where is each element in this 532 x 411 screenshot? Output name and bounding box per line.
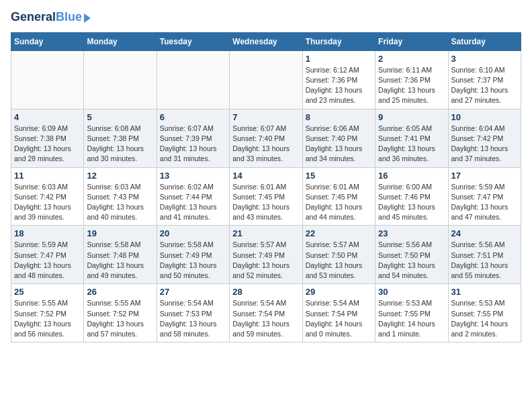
calendar-week-3: 11Sunrise: 6:03 AM Sunset: 7:42 PM Dayli…	[11, 167, 521, 226]
calendar-cell: 15Sunrise: 6:01 AM Sunset: 7:45 PM Dayli…	[302, 167, 375, 226]
day-info: Sunrise: 5:59 AM Sunset: 7:47 PM Dayligh…	[451, 182, 518, 223]
calendar-cell: 22Sunrise: 5:57 AM Sunset: 7:50 PM Dayli…	[302, 226, 375, 284]
day-info: Sunrise: 5:57 AM Sunset: 7:49 PM Dayligh…	[232, 240, 299, 281]
day-info: Sunrise: 6:02 AM Sunset: 7:44 PM Dayligh…	[160, 182, 226, 223]
day-info: Sunrise: 6:00 AM Sunset: 7:46 PM Dayligh…	[378, 182, 445, 223]
day-info: Sunrise: 6:07 AM Sunset: 7:40 PM Dayligh…	[232, 124, 299, 165]
logo-arrow-icon	[84, 13, 91, 23]
day-info: Sunrise: 6:01 AM Sunset: 7:45 PM Dayligh…	[232, 182, 299, 223]
calendar-cell: 17Sunrise: 5:59 AM Sunset: 7:47 PM Dayli…	[448, 167, 521, 226]
day-info: Sunrise: 6:09 AM Sunset: 7:38 PM Dayligh…	[14, 124, 81, 165]
day-number: 4	[14, 112, 81, 122]
weekday-header-tuesday: Tuesday	[157, 32, 229, 50]
calendar-week-2: 4Sunrise: 6:09 AM Sunset: 7:38 PM Daylig…	[11, 109, 521, 167]
calendar-week-4: 18Sunrise: 5:59 AM Sunset: 7:47 PM Dayli…	[11, 226, 521, 284]
calendar-cell: 4Sunrise: 6:09 AM Sunset: 7:38 PM Daylig…	[11, 109, 84, 167]
day-info: Sunrise: 6:08 AM Sunset: 7:38 PM Dayligh…	[87, 124, 153, 165]
weekday-header-monday: Monday	[84, 32, 157, 50]
day-number: 15	[306, 171, 372, 181]
calendar-cell: 7Sunrise: 6:07 AM Sunset: 7:40 PM Daylig…	[230, 109, 302, 167]
day-info: Sunrise: 5:59 AM Sunset: 7:47 PM Dayligh…	[14, 240, 81, 281]
calendar-cell: 31Sunrise: 5:53 AM Sunset: 7:55 PM Dayli…	[448, 284, 521, 342]
day-number: 19	[87, 228, 153, 238]
calendar-cell: 11Sunrise: 6:03 AM Sunset: 7:42 PM Dayli…	[11, 167, 84, 226]
weekday-header-thursday: Thursday	[302, 32, 375, 50]
calendar-cell: 1Sunrise: 6:12 AM Sunset: 7:36 PM Daylig…	[302, 50, 375, 109]
day-info: Sunrise: 5:55 AM Sunset: 7:52 PM Dayligh…	[87, 298, 153, 339]
calendar-cell: 6Sunrise: 6:07 AM Sunset: 7:39 PM Daylig…	[157, 109, 229, 167]
day-number: 23	[378, 228, 445, 238]
day-number: 22	[306, 228, 372, 238]
day-number: 7	[232, 112, 299, 122]
day-info: Sunrise: 6:11 AM Sunset: 7:36 PM Dayligh…	[378, 65, 445, 106]
day-info: Sunrise: 5:58 AM Sunset: 7:49 PM Dayligh…	[160, 240, 226, 281]
calendar-cell: 14Sunrise: 6:01 AM Sunset: 7:45 PM Dayli…	[230, 167, 302, 226]
day-number: 5	[87, 112, 153, 122]
logo: GeneralBlue	[11, 11, 91, 24]
calendar-week-5: 25Sunrise: 5:55 AM Sunset: 7:52 PM Dayli…	[11, 284, 521, 342]
day-number: 10	[451, 112, 518, 122]
calendar-cell: 8Sunrise: 6:06 AM Sunset: 7:40 PM Daylig…	[302, 109, 375, 167]
calendar-header-row: SundayMondayTuesdayWednesdayThursdayFrid…	[11, 32, 521, 50]
calendar-table: SundayMondayTuesdayWednesdayThursdayFrid…	[11, 32, 521, 342]
day-number: 9	[378, 112, 445, 122]
day-number: 28	[232, 287, 299, 297]
day-info: Sunrise: 6:07 AM Sunset: 7:39 PM Dayligh…	[160, 124, 226, 165]
calendar-cell: 12Sunrise: 6:03 AM Sunset: 7:43 PM Dayli…	[84, 167, 157, 226]
calendar-cell: 28Sunrise: 5:54 AM Sunset: 7:54 PM Dayli…	[230, 284, 302, 342]
day-info: Sunrise: 5:55 AM Sunset: 7:52 PM Dayligh…	[14, 298, 81, 339]
calendar-cell	[11, 50, 84, 109]
calendar-week-1: 1Sunrise: 6:12 AM Sunset: 7:36 PM Daylig…	[11, 50, 521, 109]
calendar-cell: 26Sunrise: 5:55 AM Sunset: 7:52 PM Dayli…	[84, 284, 157, 342]
day-number: 20	[160, 228, 226, 238]
day-number: 11	[14, 171, 81, 181]
day-info: Sunrise: 5:56 AM Sunset: 7:50 PM Dayligh…	[378, 240, 445, 281]
calendar-cell: 18Sunrise: 5:59 AM Sunset: 7:47 PM Dayli…	[11, 226, 84, 284]
calendar-cell: 19Sunrise: 5:58 AM Sunset: 7:48 PM Dayli…	[84, 226, 157, 284]
weekday-header-wednesday: Wednesday	[230, 32, 302, 50]
day-number: 3	[451, 54, 518, 64]
day-number: 25	[14, 287, 81, 297]
day-info: Sunrise: 5:54 AM Sunset: 7:54 PM Dayligh…	[306, 298, 372, 339]
day-number: 26	[87, 287, 153, 297]
calendar-cell	[84, 50, 157, 109]
day-info: Sunrise: 6:10 AM Sunset: 7:37 PM Dayligh…	[451, 65, 518, 106]
day-number: 16	[378, 171, 445, 181]
day-info: Sunrise: 6:06 AM Sunset: 7:40 PM Dayligh…	[306, 124, 372, 165]
calendar-cell: 24Sunrise: 5:56 AM Sunset: 7:51 PM Dayli…	[448, 226, 521, 284]
calendar-cell	[230, 50, 302, 109]
day-info: Sunrise: 5:54 AM Sunset: 7:53 PM Dayligh…	[160, 298, 226, 339]
day-info: Sunrise: 5:58 AM Sunset: 7:48 PM Dayligh…	[87, 240, 153, 281]
day-number: 8	[306, 112, 372, 122]
day-info: Sunrise: 6:03 AM Sunset: 7:42 PM Dayligh…	[14, 182, 81, 223]
day-number: 2	[378, 54, 445, 64]
calendar-cell: 25Sunrise: 5:55 AM Sunset: 7:52 PM Dayli…	[11, 284, 84, 342]
day-number: 13	[160, 171, 226, 181]
calendar-cell: 29Sunrise: 5:54 AM Sunset: 7:54 PM Dayli…	[302, 284, 375, 342]
day-number: 17	[451, 171, 518, 181]
calendar-body: 1Sunrise: 6:12 AM Sunset: 7:36 PM Daylig…	[11, 50, 521, 342]
page-header: GeneralBlue	[11, 11, 521, 24]
calendar-cell: 9Sunrise: 6:05 AM Sunset: 7:41 PM Daylig…	[375, 109, 448, 167]
day-info: Sunrise: 5:57 AM Sunset: 7:50 PM Dayligh…	[306, 240, 372, 281]
weekday-header-sunday: Sunday	[11, 32, 84, 50]
day-info: Sunrise: 6:03 AM Sunset: 7:43 PM Dayligh…	[87, 182, 153, 223]
day-number: 27	[160, 287, 226, 297]
calendar-cell: 10Sunrise: 6:04 AM Sunset: 7:42 PM Dayli…	[448, 109, 521, 167]
calendar-cell: 5Sunrise: 6:08 AM Sunset: 7:38 PM Daylig…	[84, 109, 157, 167]
day-number: 12	[87, 171, 153, 181]
day-number: 29	[306, 287, 372, 297]
day-info: Sunrise: 6:04 AM Sunset: 7:42 PM Dayligh…	[451, 124, 518, 165]
day-number: 21	[232, 228, 299, 238]
weekday-header-friday: Friday	[375, 32, 448, 50]
calendar-cell: 27Sunrise: 5:54 AM Sunset: 7:53 PM Dayli…	[157, 284, 229, 342]
calendar-cell: 16Sunrise: 6:00 AM Sunset: 7:46 PM Dayli…	[375, 167, 448, 226]
calendar-cell: 20Sunrise: 5:58 AM Sunset: 7:49 PM Dayli…	[157, 226, 229, 284]
calendar-cell	[157, 50, 229, 109]
day-number: 6	[160, 112, 226, 122]
day-number: 18	[14, 228, 81, 238]
day-number: 24	[451, 228, 518, 238]
calendar-cell: 30Sunrise: 5:53 AM Sunset: 7:55 PM Dayli…	[375, 284, 448, 342]
logo-text: GeneralBlue	[11, 11, 82, 24]
day-info: Sunrise: 6:05 AM Sunset: 7:41 PM Dayligh…	[378, 124, 445, 165]
